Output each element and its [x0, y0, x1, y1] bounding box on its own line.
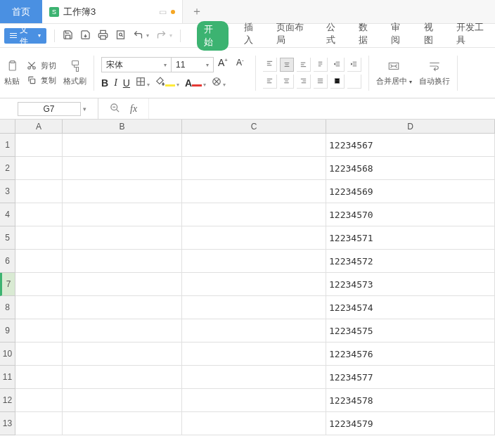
wrap-text-button[interactable]: 自动换行 — [419, 60, 450, 87]
decrease-font-icon[interactable]: A- — [232, 57, 248, 72]
cell[interactable] — [15, 226, 63, 250]
merge-center-button[interactable]: 合并居中 ▾ — [376, 60, 412, 87]
cell[interactable] — [182, 226, 326, 250]
redo-icon[interactable] — [156, 30, 167, 42]
formula-input[interactable] — [148, 98, 495, 119]
cell[interactable]: 12234570 — [326, 203, 495, 226]
cell[interactable]: 12234572 — [326, 250, 495, 273]
align-left-icon[interactable] — [263, 75, 277, 89]
tab-page-layout[interactable]: 页面布局 — [276, 21, 311, 51]
cell[interactable] — [63, 319, 182, 343]
cell[interactable]: 12234571 — [326, 226, 495, 250]
row-header[interactable]: 6 — [0, 250, 15, 273]
cell[interactable] — [63, 157, 182, 180]
row-header[interactable]: 3 — [0, 180, 15, 203]
select-all-corner[interactable] — [0, 120, 15, 134]
cell[interactable] — [182, 273, 326, 296]
row-header[interactable]: 11 — [0, 366, 15, 389]
cell[interactable] — [15, 296, 63, 319]
tab-workbook[interactable]: S 工作簿3 ▭ — [42, 0, 183, 23]
italic-button[interactable]: I — [114, 77, 117, 89]
cells-area[interactable]: 1223456712234568122345691223457012234571… — [15, 134, 495, 435]
cell[interactable]: 12234573 — [326, 273, 495, 296]
cell[interactable] — [63, 203, 182, 226]
cell[interactable] — [63, 389, 182, 412]
cell[interactable] — [15, 412, 63, 435]
col-header-A[interactable]: A — [15, 120, 63, 133]
fill-color-button[interactable]: ▾ — [155, 77, 179, 89]
align-justify-icon[interactable] — [314, 75, 328, 89]
row-header[interactable]: 13 — [0, 412, 15, 435]
cell[interactable]: 12234576 — [326, 343, 495, 366]
cell[interactable] — [182, 343, 326, 366]
fx-icon[interactable]: fx — [130, 103, 137, 115]
name-box[interactable]: G7 ▾ — [0, 98, 98, 119]
cell[interactable] — [15, 389, 63, 412]
cell[interactable] — [15, 319, 63, 343]
cell[interactable]: 12234568 — [326, 157, 495, 180]
distribute-icon[interactable] — [330, 75, 345, 89]
underline-button[interactable]: U — [123, 77, 130, 89]
cell[interactable] — [182, 180, 326, 203]
cell[interactable] — [15, 366, 63, 389]
cell[interactable] — [63, 366, 182, 389]
row-header[interactable]: 9 — [0, 319, 15, 343]
tab-formula[interactable]: 公式 — [326, 21, 343, 51]
cell[interactable] — [182, 389, 326, 412]
cell[interactable] — [15, 273, 63, 296]
new-tab-button[interactable]: ＋ — [183, 0, 211, 23]
cell[interactable] — [63, 180, 182, 203]
indent-decrease-icon[interactable] — [330, 58, 345, 72]
cell[interactable]: 12234579 — [326, 412, 495, 435]
copy-button[interactable]: 复制 — [27, 75, 56, 86]
tab-review[interactable]: 审阅 — [391, 21, 408, 51]
indent-increase-icon[interactable] — [347, 58, 361, 72]
file-menu-button[interactable]: 文件 ▾ — [4, 28, 46, 44]
row-header[interactable]: 12 — [0, 389, 15, 412]
row-header[interactable]: 2 — [0, 157, 15, 180]
bold-button[interactable]: B — [101, 77, 108, 89]
name-box-dropdown-icon[interactable]: ▾ — [83, 105, 86, 113]
align-center-icon[interactable] — [280, 75, 294, 89]
cell[interactable] — [15, 343, 63, 366]
cell[interactable] — [182, 250, 326, 273]
undo-dropdown[interactable]: ▾ — [146, 32, 149, 39]
redo-dropdown[interactable]: ▾ — [169, 32, 172, 39]
border-button[interactable]: ▾ — [136, 77, 150, 89]
col-header-B[interactable]: B — [63, 120, 182, 133]
zoom-out-icon[interactable] — [110, 103, 120, 115]
cell[interactable] — [182, 134, 326, 157]
cut-button[interactable]: 剪切 — [27, 60, 56, 71]
cell[interactable] — [63, 273, 182, 296]
cell[interactable] — [15, 203, 63, 226]
tab-data[interactable]: 数据 — [359, 21, 375, 51]
cell[interactable] — [182, 296, 326, 319]
align-bottom-icon[interactable] — [297, 58, 311, 72]
col-header-D[interactable]: D — [326, 120, 495, 133]
cell[interactable] — [63, 296, 182, 319]
tab-home[interactable]: 首页 — [0, 0, 42, 23]
row-header[interactable]: 4 — [0, 203, 15, 226]
tab-view[interactable]: 视图 — [424, 21, 441, 51]
cell[interactable]: 12234574 — [326, 296, 495, 319]
cell[interactable] — [182, 203, 326, 226]
cell[interactable] — [182, 412, 326, 435]
row-header[interactable]: 5 — [0, 226, 15, 250]
align-top-icon[interactable] — [263, 58, 277, 72]
font-name-select[interactable]: 宋体 ▾ — [101, 57, 172, 72]
presentation-icon[interactable]: ▭ — [159, 7, 167, 17]
row-header[interactable]: 10 — [0, 343, 15, 366]
tab-dev[interactable]: 开发工具 — [456, 21, 491, 51]
cell[interactable] — [63, 343, 182, 366]
save-icon[interactable] — [63, 30, 73, 42]
print-icon[interactable] — [98, 30, 108, 42]
cell[interactable]: 12234575 — [326, 319, 495, 343]
cell[interactable] — [15, 134, 63, 157]
paste-group[interactable]: 粘贴 — [4, 60, 20, 87]
tab-start[interactable]: 开始 — [197, 21, 228, 51]
cell[interactable] — [15, 250, 63, 273]
cell[interactable] — [63, 412, 182, 435]
cell[interactable] — [63, 250, 182, 273]
cell[interactable] — [182, 319, 326, 343]
orientation-icon[interactable] — [314, 58, 328, 72]
